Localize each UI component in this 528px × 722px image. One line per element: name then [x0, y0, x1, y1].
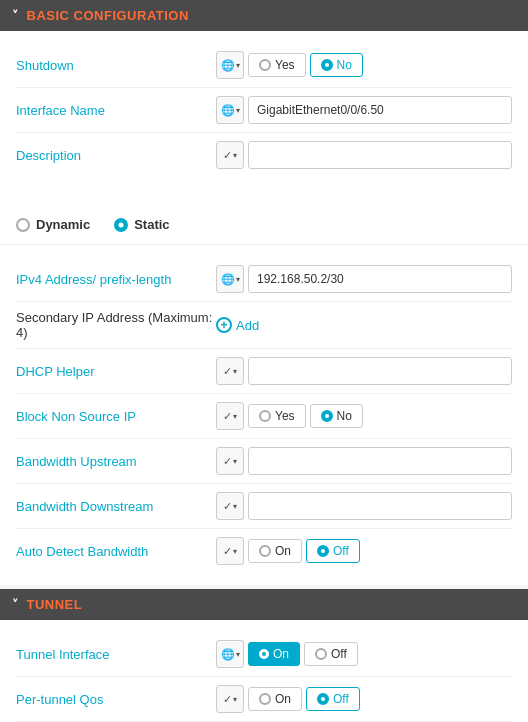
- static-radio: [114, 218, 128, 232]
- per-tunnel-off-option[interactable]: Off: [306, 687, 360, 711]
- ipv4-controls: 🌐 ▾: [216, 265, 512, 293]
- description-check-btn[interactable]: ✓ ▾: [216, 141, 244, 169]
- add-label: Add: [236, 318, 259, 333]
- block-yes-label: Yes: [275, 409, 295, 423]
- dhcp-helper-input[interactable]: [248, 357, 512, 385]
- shutdown-row: Shutdown 🌐 ▾ Yes No: [16, 43, 512, 88]
- tunnel-interface-globe-btn[interactable]: 🌐 ▾: [216, 640, 244, 668]
- check-icon-2: ✓: [223, 365, 232, 378]
- per-tunnel-on-label: On: [275, 692, 291, 706]
- interface-globe-btn[interactable]: 🌐 ▾: [216, 96, 244, 124]
- tunnel-off-option[interactable]: Off: [304, 642, 358, 666]
- dhcp-check-btn[interactable]: ✓ ▾: [216, 357, 244, 385]
- check-icon-7: ✓: [223, 693, 232, 706]
- ipv4-row: IPv4 Address/ prefix-length 🌐 ▾: [16, 257, 512, 302]
- bw-downstream-row: Bandwidth Downstream ✓ ▾: [16, 484, 512, 529]
- shutdown-no-label: No: [337, 58, 352, 72]
- globe-icon-4: 🌐: [221, 648, 235, 661]
- bw-upstream-check-btn[interactable]: ✓ ▾: [216, 447, 244, 475]
- interface-name-input[interactable]: [248, 96, 512, 124]
- check-icon-4: ✓: [223, 455, 232, 468]
- auto-detect-on-option[interactable]: On: [248, 539, 302, 563]
- ipv4-label: IPv4 Address/ prefix-length: [16, 272, 216, 287]
- add-secondary-ip-btn[interactable]: + Add: [216, 317, 259, 333]
- description-row: Description ✓ ▾: [16, 133, 512, 177]
- shutdown-yes-option[interactable]: Yes: [248, 53, 306, 77]
- check-icon-3: ✓: [223, 410, 232, 423]
- shutdown-yes-radio: [259, 59, 271, 71]
- auto-detect-on-label: On: [275, 544, 291, 558]
- tunnel-on-option[interactable]: On: [248, 642, 300, 666]
- bw-downstream-input[interactable]: [248, 492, 512, 520]
- chevron-down-icon-8: ▾: [233, 502, 237, 511]
- description-input[interactable]: [248, 141, 512, 169]
- block-yes-radio: [259, 410, 271, 422]
- basic-config-chevron[interactable]: ˅: [12, 9, 19, 23]
- per-tunnel-qos-controls: ✓ ▾ On Off: [216, 685, 512, 713]
- check-icon-6: ✓: [223, 545, 232, 558]
- tunnel-interface-row: Tunnel Interface 🌐 ▾ On Off: [16, 632, 512, 677]
- block-no-label: No: [337, 409, 352, 423]
- bw-downstream-label: Bandwidth Downstream: [16, 499, 216, 514]
- dynamic-mode-option[interactable]: Dynamic: [16, 217, 90, 232]
- block-non-source-row: Block Non Source IP ✓ ▾ Yes No: [16, 394, 512, 439]
- chevron-down-icon-6: ▾: [233, 412, 237, 421]
- add-icon: +: [216, 317, 232, 333]
- block-non-source-label: Block Non Source IP: [16, 409, 216, 424]
- divider-1: [0, 189, 528, 205]
- tunnel-interface-label: Tunnel Interface: [16, 647, 216, 662]
- auto-detect-check-btn[interactable]: ✓ ▾: [216, 537, 244, 565]
- tunnel-on-radio: [259, 649, 269, 659]
- check-icon-5: ✓: [223, 500, 232, 513]
- shutdown-no-radio: [321, 59, 333, 71]
- bw-downstream-check-btn[interactable]: ✓ ▾: [216, 492, 244, 520]
- basic-config-body: Shutdown 🌐 ▾ Yes No Interface Name 🌐 ▾: [0, 31, 528, 189]
- per-tunnel-on-option[interactable]: On: [248, 687, 302, 711]
- secondary-ip-controls: + Add: [216, 317, 512, 333]
- chevron-down-icon: ▾: [236, 61, 240, 70]
- tunnel-title: TUNNEL: [27, 597, 83, 612]
- block-check-btn[interactable]: ✓ ▾: [216, 402, 244, 430]
- auto-detect-off-option[interactable]: Off: [306, 539, 360, 563]
- auto-detect-on-radio: [259, 545, 271, 557]
- shutdown-no-option[interactable]: No: [310, 53, 363, 77]
- static-config-body: IPv4 Address/ prefix-length 🌐 ▾ Secondar…: [0, 245, 528, 585]
- chevron-down-icon-10: ▾: [236, 650, 240, 659]
- block-yes-option[interactable]: Yes: [248, 404, 306, 428]
- auto-detect-controls: ✓ ▾ On Off: [216, 537, 512, 565]
- bw-upstream-row: Bandwidth Upstream ✓ ▾: [16, 439, 512, 484]
- ipv4-globe-btn[interactable]: 🌐 ▾: [216, 265, 244, 293]
- chevron-down-icon-11: ▾: [233, 695, 237, 704]
- static-label: Static: [134, 217, 169, 232]
- dynamic-radio: [16, 218, 30, 232]
- check-icon: ✓: [223, 149, 232, 162]
- block-no-option[interactable]: No: [310, 404, 363, 428]
- auto-detect-label: Auto Detect Bandwidth: [16, 544, 216, 559]
- interface-name-controls: 🌐 ▾: [216, 96, 512, 124]
- per-tunnel-qos-row: Per-tunnel Qos ✓ ▾ On Off: [16, 677, 512, 722]
- bw-upstream-controls: ✓ ▾: [216, 447, 512, 475]
- interface-name-row: Interface Name 🌐 ▾: [16, 88, 512, 133]
- bw-upstream-label: Bandwidth Upstream: [16, 454, 216, 469]
- description-label: Description: [16, 148, 216, 163]
- description-controls: ✓ ▾: [216, 141, 512, 169]
- shutdown-controls: 🌐 ▾ Yes No: [216, 51, 512, 79]
- per-tunnel-qos-label: Per-tunnel Qos: [16, 692, 216, 707]
- mode-row: Dynamic Static: [0, 205, 528, 245]
- dynamic-label: Dynamic: [36, 217, 90, 232]
- ipv4-input[interactable]: [248, 265, 512, 293]
- dhcp-helper-controls: ✓ ▾: [216, 357, 512, 385]
- interface-name-label: Interface Name: [16, 103, 216, 118]
- chevron-down-icon-5: ▾: [233, 367, 237, 376]
- shutdown-yes-label: Yes: [275, 58, 295, 72]
- shutdown-globe-btn[interactable]: 🌐 ▾: [216, 51, 244, 79]
- tunnel-body: Tunnel Interface 🌐 ▾ On Off Per-tunnel Q…: [0, 620, 528, 722]
- globe-icon-3: 🌐: [221, 273, 235, 286]
- bw-upstream-input[interactable]: [248, 447, 512, 475]
- per-tunnel-off-radio: [317, 693, 329, 705]
- per-tunnel-check-btn[interactable]: ✓ ▾: [216, 685, 244, 713]
- static-mode-option[interactable]: Static: [114, 217, 169, 232]
- tunnel-chevron[interactable]: ˅: [12, 598, 19, 612]
- chevron-down-icon-7: ▾: [233, 457, 237, 466]
- per-tunnel-on-radio: [259, 693, 271, 705]
